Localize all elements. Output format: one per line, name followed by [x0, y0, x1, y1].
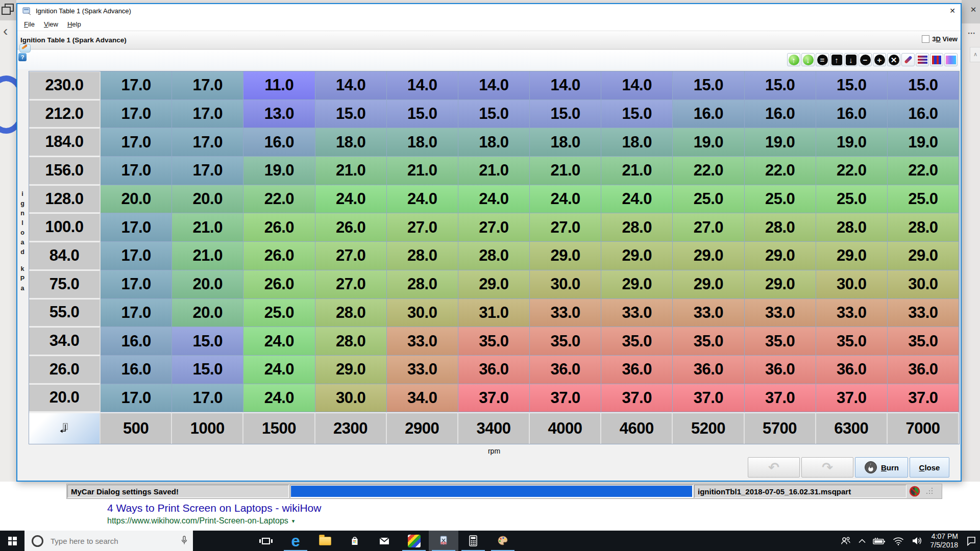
table-cell[interactable]: 29.0 [530, 242, 601, 270]
table-cell[interactable]: 33.0 [888, 299, 959, 328]
tunerstudio-icon[interactable] [399, 531, 429, 551]
table-cell[interactable]: 29.0 [601, 242, 673, 270]
table-cell[interactable]: 21.0 [172, 213, 243, 242]
snipping-tool-icon[interactable] [429, 531, 458, 551]
table-cell[interactable]: 13.0 [243, 100, 315, 129]
table-cell[interactable]: 11.0 [243, 71, 315, 100]
store-icon[interactable] [340, 531, 370, 551]
scale-up-icon[interactable]: ↑ [787, 53, 800, 66]
table-cell[interactable]: 15.0 [673, 71, 744, 100]
table-cell[interactable]: 22.0 [888, 157, 959, 185]
table-cell[interactable]: 37.0 [458, 384, 530, 413]
table-cell[interactable]: 14.0 [458, 71, 530, 100]
start-button[interactable] [0, 531, 24, 551]
table-cell[interactable]: 21.0 [172, 242, 243, 270]
table-cell[interactable]: 17.0 [172, 384, 243, 413]
table-cell[interactable]: 21.0 [458, 157, 530, 185]
action-center-icon[interactable] [963, 531, 980, 551]
table-cell[interactable]: 37.0 [745, 384, 816, 413]
tray-chevron-up-icon[interactable] [855, 531, 869, 551]
task-view-icon[interactable] [251, 531, 281, 551]
table-cell[interactable]: 27.0 [315, 242, 387, 270]
table-cell[interactable]: 35.0 [816, 327, 888, 356]
wifi-icon[interactable] [889, 531, 908, 551]
table-cell[interactable]: 19.0 [888, 128, 959, 157]
axis-corner-button[interactable] [29, 412, 101, 444]
table-cell[interactable]: 16.0 [745, 100, 816, 129]
table-cell[interactable]: 17.0 [101, 157, 172, 185]
table-cell[interactable]: 29.0 [745, 270, 816, 299]
table-cell[interactable]: 16.0 [816, 100, 888, 129]
redo-button[interactable]: ↷ [801, 457, 853, 478]
table-cell[interactable]: 25.0 [745, 185, 816, 214]
table-cell[interactable]: 15.0 [601, 100, 673, 129]
search-input[interactable] [50, 536, 154, 546]
table-cell[interactable]: 16.0 [888, 100, 959, 129]
table-cell[interactable]: 24.0 [387, 185, 458, 214]
table-cell[interactable]: 19.0 [243, 157, 315, 185]
paint-icon[interactable] [488, 531, 518, 551]
table-cell[interactable]: 14.0 [601, 71, 673, 100]
menu-help[interactable]: Help [63, 19, 86, 30]
table-cell[interactable]: 14.0 [530, 71, 601, 100]
table-cell[interactable]: 25.0 [243, 299, 315, 328]
table-cell[interactable]: 22.0 [243, 185, 315, 214]
table-cell[interactable]: 22.0 [673, 157, 744, 185]
table-cell[interactable]: 30.0 [888, 270, 959, 299]
people-icon[interactable] [837, 531, 855, 551]
table-cell[interactable]: 30.0 [315, 384, 387, 413]
table-cell[interactable]: 22.0 [745, 157, 816, 185]
table-cell[interactable]: 33.0 [816, 299, 888, 328]
table-cell[interactable]: 26.0 [315, 213, 387, 242]
scrollbar-up-icon[interactable]: ∧ [970, 47, 980, 62]
table-cell[interactable]: 36.0 [530, 356, 601, 384]
table-cell[interactable]: 21.0 [315, 157, 387, 185]
table-cell[interactable]: 29.0 [601, 270, 673, 299]
table-cell[interactable]: 14.0 [387, 71, 458, 100]
file-explorer-icon[interactable] [310, 531, 340, 551]
table-cell[interactable]: 28.0 [888, 213, 959, 242]
table-cell[interactable]: 34.0 [387, 384, 458, 413]
table-cell[interactable]: 28.0 [601, 213, 673, 242]
table-cell[interactable]: 21.0 [387, 157, 458, 185]
table-cell[interactable]: 27.0 [387, 213, 458, 242]
table-cell[interactable]: 36.0 [673, 356, 744, 384]
microphone-icon[interactable] [181, 536, 188, 545]
table-cell[interactable]: 28.0 [458, 242, 530, 270]
table-cell[interactable]: 24.0 [243, 384, 315, 413]
table-cell[interactable]: 17.0 [101, 100, 172, 129]
resize-grip[interactable] [925, 488, 933, 495]
table-cell[interactable]: 16.0 [101, 327, 172, 356]
table-cell[interactable]: 19.0 [816, 128, 888, 157]
table-cell[interactable]: 15.0 [745, 71, 816, 100]
table-cell[interactable]: 27.0 [673, 213, 744, 242]
table-cell[interactable]: 29.0 [315, 356, 387, 384]
battery-icon[interactable] [869, 531, 889, 551]
table-cell[interactable]: 26.0 [243, 213, 315, 242]
result-dropdown-icon[interactable]: ▾ [292, 518, 295, 524]
underlying-close-icon[interactable]: ✕ [967, 3, 980, 16]
table-cell[interactable]: 36.0 [816, 356, 888, 384]
taskbar-search[interactable] [24, 531, 193, 551]
table-cell[interactable]: 18.0 [387, 128, 458, 157]
view-3d-toggle[interactable]: 3D View [922, 35, 958, 43]
table-cell[interactable]: 28.0 [387, 270, 458, 299]
table-cell[interactable]: 19.0 [673, 128, 744, 157]
edit-pencil-icon[interactable] [901, 53, 915, 66]
table-cell[interactable]: 33.0 [673, 299, 744, 328]
table-cell[interactable]: 30.0 [387, 299, 458, 328]
table-cell[interactable]: 29.0 [458, 270, 530, 299]
table-cell[interactable]: 18.0 [601, 128, 673, 157]
search-result-link[interactable]: 4 Ways to Print Screen on Laptops - wiki… [107, 502, 321, 514]
table-cell[interactable]: 17.0 [101, 299, 172, 328]
table-cell[interactable]: 28.0 [387, 242, 458, 270]
menu-view[interactable]: View [39, 19, 63, 30]
table-cell[interactable]: 17.0 [172, 71, 243, 100]
table-cell[interactable]: 17.0 [172, 128, 243, 157]
table-cell[interactable]: 24.0 [243, 356, 315, 384]
table-cell[interactable]: 37.0 [530, 384, 601, 413]
table-cell[interactable]: 28.0 [745, 213, 816, 242]
table-cell[interactable]: 37.0 [673, 384, 744, 413]
table-cell[interactable]: 24.0 [315, 185, 387, 214]
set-equal-icon[interactable]: = [816, 53, 829, 66]
